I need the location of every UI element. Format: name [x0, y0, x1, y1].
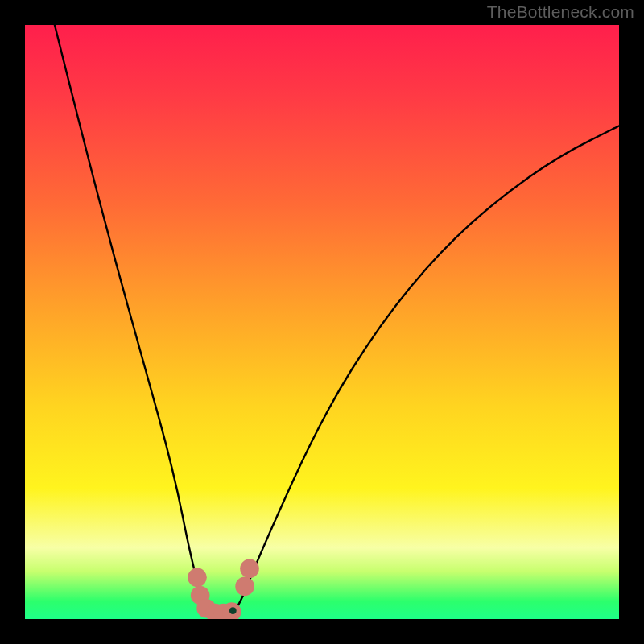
plot-area	[25, 25, 619, 619]
right-blob-2	[240, 559, 259, 579]
curve-svg	[25, 25, 619, 619]
left-blob-1	[188, 568, 207, 588]
bottleneck-curve	[55, 25, 619, 619]
right-blob-1	[235, 577, 254, 597]
chart-frame: TheBottleneck.com	[0, 0, 644, 644]
tip-dark	[229, 607, 237, 614]
watermark-text: TheBottleneck.com	[487, 2, 634, 22]
